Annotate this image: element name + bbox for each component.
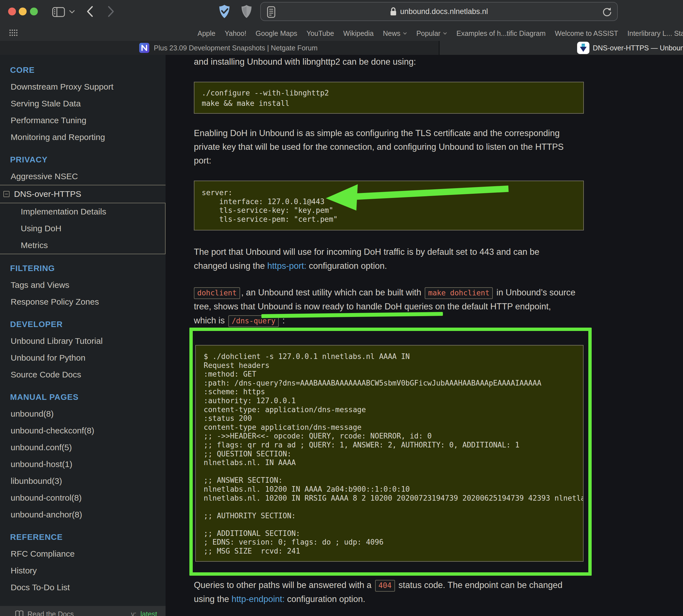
sidebar-header-reference: REFERENCE <box>0 529 166 546</box>
chevron-down-icon <box>443 32 447 35</box>
https-port-link[interactable]: https-port: <box>267 261 306 271</box>
paragraph-install: and installing Unbound with libnghttp2 c… <box>194 55 586 69</box>
sidebar-header-core: CORE <box>0 62 166 79</box>
chevron-down-icon <box>403 32 407 35</box>
sidebar-current-subtree: Implementation Details Using DoH Metrics <box>0 203 166 254</box>
url-text[interactable]: unbound.docs.nlnetlabs.nl <box>400 7 488 16</box>
paragraph-https-port: The port that Unbound will use for incom… <box>194 245 586 273</box>
sidebar-header-privacy: PRIVACY <box>0 151 166 168</box>
sidebar-item-monitoring-reporting[interactable]: Monitoring and Reporting <box>0 129 166 146</box>
chevron-down-icon[interactable] <box>69 10 75 14</box>
sidebar-header-developer: DEVELOPER <box>0 316 166 333</box>
sidebar-item-unbound-host1[interactable]: unbound-host(1) <box>0 456 166 472</box>
lock-icon <box>390 7 397 16</box>
favorite-wikipedia[interactable]: Wikipedia <box>343 29 373 38</box>
sidebar-item-metrics[interactable]: Metrics <box>0 237 165 254</box>
shield-icon[interactable] <box>241 4 252 19</box>
frequent-sites-grid-icon[interactable] <box>9 29 18 37</box>
sidebar-item-performance-tuning[interactable]: Performance Tuning <box>0 112 166 129</box>
doc-content: and installing Unbound with libnghttp2 c… <box>166 55 683 616</box>
sidebar-item-rfc-compliance[interactable]: RFC Compliance <box>0 546 166 562</box>
tab-dns-over-https[interactable]: DNS-over-HTTPS — Unbound 1 <box>440 41 683 55</box>
favorites-bar: Apple Yahoo! Google Maps YouTube Wikiped… <box>0 26 683 41</box>
sidebar-item-response-policy-zones[interactable]: Response Policy Zones <box>0 293 166 310</box>
sidebar-item-label: DNS-over-HTTPS <box>14 189 81 199</box>
sidebar-item-serving-stale-data[interactable]: Serving Stale Data <box>0 95 166 112</box>
sidebar-item-unbound-anchor8[interactable]: unbound-anchor(8) <box>0 506 166 523</box>
reload-icon[interactable] <box>601 7 612 17</box>
sidebar-item-unbound-conf5[interactable]: unbound.conf(5) <box>0 439 166 456</box>
sidebar-item-unbound8[interactable]: unbound(8) <box>0 405 166 422</box>
sidebar-item-docs-todo-list[interactable]: Docs To-Do List <box>0 579 166 596</box>
favorite-news-folder[interactable]: News <box>383 29 407 38</box>
tab-netgate-forum[interactable]: Plus 23.09 Development Snapshots | Netga… <box>0 41 439 55</box>
sidebar-item-unbound-library-tutorial[interactable]: Unbound Library Tutorial <box>0 333 166 349</box>
favorite-examples-diagram[interactable]: Examples of h...tific Diagram <box>456 29 546 38</box>
favorite-welcome-assist[interactable]: Welcome to ASSIST <box>555 29 618 38</box>
sidebar-item-unbound-checkconf8[interactable]: unbound-checkconf(8) <box>0 422 166 439</box>
code-block-dohclient-output: $ ./dohclient -s 127.0.0.1 nlnetlabs.nl … <box>195 345 583 562</box>
unbound-favicon <box>577 42 590 54</box>
sidebar-item-dns-over-https-current[interactable]: DNS-over-HTTPS <box>0 185 166 203</box>
minimize-window-button[interactable] <box>19 7 27 16</box>
safari-window: unbound.docs.nlnetlabs.nl Apple Yahoo! G… <box>0 0 683 616</box>
sidebar-item-unbound-control8[interactable]: unbound-control(8) <box>0 489 166 506</box>
netgate-favicon <box>139 43 149 53</box>
address-bar[interactable]: unbound.docs.nlnetlabs.nl <box>260 2 618 21</box>
collapse-icon[interactable] <box>3 191 9 197</box>
sidebar-item-history[interactable]: History <box>0 562 166 579</box>
paragraph-404: Queries to other paths will be answered … <box>194 578 586 606</box>
book-icon <box>15 610 23 616</box>
favorite-google-maps[interactable]: Google Maps <box>256 29 297 38</box>
version-value[interactable]: latest <box>140 609 157 616</box>
favorite-interlibrary[interactable]: Interlibrary L... State Library <box>627 29 683 38</box>
favorite-apple[interactable]: Apple <box>197 29 215 38</box>
sidebar-item-downstream-proxy[interactable]: Downstream Proxy Support <box>0 79 166 95</box>
sidebar-header-manual-pages: MANUAL PAGES <box>0 389 166 405</box>
tab-title: Plus 23.09 Development Snapshots | Netga… <box>154 41 318 55</box>
sidebar-item-aggressive-nsec[interactable]: Aggressive NSEC <box>0 168 166 185</box>
code-block-configure: ./configure --with-libnghttp2 make && ma… <box>194 82 584 114</box>
sidebar-toggle-icon[interactable] <box>52 7 65 17</box>
favorite-yahoo[interactable]: Yahoo! <box>225 29 246 38</box>
docs-sidebar: CORE Downstream Proxy Support Serving St… <box>0 55 166 606</box>
sidebar-item-tags-and-views[interactable]: Tags and Views <box>0 277 166 293</box>
paragraph-enabling-doh: Enabling DoH in Unbound is as simple as … <box>194 126 586 168</box>
sidebar-header-filtering: FILTERING <box>0 260 166 277</box>
sidebar-item-unbound-for-python[interactable]: Unbound for Python <box>0 349 166 366</box>
back-icon[interactable] <box>86 6 93 17</box>
favorite-youtube[interactable]: YouTube <box>306 29 334 38</box>
inline-code-make-dohclient: make dohclient <box>425 287 493 299</box>
http-endpoint-link[interactable]: http-endpoint: <box>231 594 285 604</box>
tab-title: DNS-over-HTTPS — Unbound 1 <box>593 41 683 55</box>
sidebar-item-implementation-details[interactable]: Implementation Details <box>0 203 165 220</box>
privacy-report-shield-icon[interactable] <box>218 4 230 19</box>
sidebar-item-source-code-docs[interactable]: Source Code Docs <box>0 366 166 383</box>
green-arrow-annotation <box>320 181 521 217</box>
inline-code-dohclient: dohclient <box>194 287 240 299</box>
favorite-popular-folder[interactable]: Popular <box>416 29 447 38</box>
paragraph-dohclient: dohclient, an Unbound test utility which… <box>194 286 586 328</box>
close-window-button[interactable] <box>8 7 16 16</box>
sidebar-item-libunbound3[interactable]: libunbound(3) <box>0 472 166 489</box>
sidebar-item-using-doh[interactable]: Using DoH <box>0 220 165 237</box>
readthedocs-label[interactable]: Read the Docs <box>27 609 74 616</box>
version-label: v: <box>131 609 136 616</box>
forward-icon[interactable] <box>107 6 114 17</box>
zoom-window-button[interactable] <box>30 7 38 16</box>
inline-code-404: 404 <box>375 580 395 592</box>
tab-bar: Plus 23.09 Development Snapshots | Netga… <box>0 41 683 55</box>
readthedocs-footer[interactable]: Read the Docs v: latest <box>0 606 166 616</box>
